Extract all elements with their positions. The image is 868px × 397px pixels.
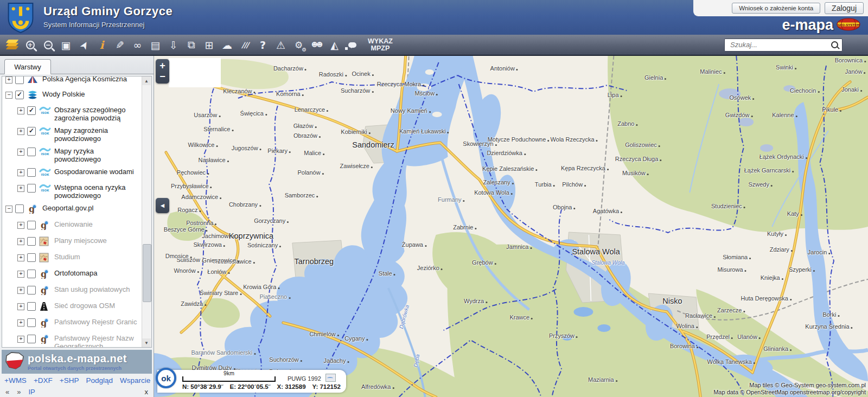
zoom-control[interactable]: + − [156, 59, 169, 84]
expand-toggle[interactable]: + [5, 76, 12, 84]
layer-label[interactable]: Geoportal.gov.pl [42, 204, 93, 212]
layer-label[interactable]: Cieniowanie [54, 220, 93, 228]
search-input[interactable] [724, 39, 843, 52]
link-button[interactable]: ∞ [129, 36, 146, 54]
link-wms[interactable]: +WMS [4, 376, 27, 385]
layer-checkbox[interactable] [27, 168, 36, 177]
layer-label[interactable]: Gospodarowanie wodami [54, 168, 134, 176]
select-area-button[interactable]: ☁ [218, 36, 236, 54]
layer-checkbox[interactable] [27, 221, 36, 229]
expand-toggle[interactable]: + [17, 254, 24, 261]
expand-toggle[interactable]: + [17, 271, 24, 278]
expand-toggle[interactable]: + [17, 185, 24, 192]
prev-page-button[interactable]: « [5, 388, 9, 396]
zoom-out-button[interactable]: − [159, 71, 165, 82]
coordinates-button[interactable]: ⇩ [164, 36, 182, 54]
layer-checkbox[interactable] [27, 302, 36, 311]
ip-link[interactable]: IP [28, 388, 35, 396]
split-view-button[interactable]: ⊞ [200, 36, 218, 54]
zoom-in-button[interactable]: + [159, 60, 165, 71]
layer-checkbox[interactable] [27, 286, 36, 294]
layer-checkbox[interactable] [27, 335, 36, 343]
expand-toggle[interactable]: + [17, 169, 24, 176]
svg-text:GEO-SYSTEM: GEO-SYSTEM [838, 23, 859, 26]
layer-label[interactable]: Studium [54, 253, 80, 261]
info-button[interactable]: i [93, 36, 111, 54]
feedback-button[interactable] [343, 36, 361, 54]
layer-checkbox[interactable]: ✓ [27, 106, 36, 115]
expand-toggle[interactable]: + [17, 287, 24, 294]
zoom-out-button[interactable]: − [39, 36, 57, 54]
layer-checkbox[interactable]: ✓ [15, 91, 24, 99]
expand-toggle[interactable]: + [17, 149, 24, 156]
login-button[interactable]: Zaloguj [825, 2, 864, 14]
layer-label[interactable]: Państwowy Rejestr Granic [54, 318, 137, 326]
settings-button[interactable]: ⚙ [290, 36, 308, 54]
expand-toggle[interactable]: + [17, 336, 24, 343]
layer-checkbox[interactable] [27, 253, 36, 262]
expand-toggle[interactable]: + [17, 319, 24, 326]
compare-windows-button[interactable]: ⧉ [182, 36, 200, 54]
layer-label[interactable]: Stan usług powiatowych [54, 285, 130, 293]
scroll-up-icon[interactable]: ▲ [142, 76, 151, 85]
zoom-in-button[interactable]: + [21, 36, 39, 54]
measure-button[interactable]: ✎ [111, 36, 129, 54]
close-panel-button[interactable]: x [145, 388, 149, 396]
layer-label[interactable]: Sieć drogowa OSM [54, 302, 115, 310]
layer-label[interactable]: Mapy zagrożenia powodziowego [54, 126, 142, 143]
hatching-button[interactable]: /// [236, 36, 254, 54]
expand-toggle[interactable]: − [5, 92, 12, 99]
map-viewport[interactable]: DacharzówRadoszkiOcinekAntoniówGielniaMa… [154, 56, 868, 397]
link-shp[interactable]: +SHP [60, 376, 79, 385]
map-canvas[interactable] [154, 56, 868, 397]
layer-checkbox[interactable] [27, 148, 36, 156]
zoom-extent-button[interactable]: ▣ [57, 36, 75, 54]
layer-label[interactable]: Ortofotomapa [54, 269, 98, 277]
pointer-button[interactable]: ➤ [75, 36, 93, 54]
layer-checkbox[interactable] [27, 270, 36, 278]
ok-button[interactable]: ok [156, 368, 176, 388]
brand-wordmark: e-mapa [782, 17, 833, 34]
layer-checkbox[interactable] [27, 184, 36, 193]
print-button[interactable]: ▤ [146, 36, 164, 54]
layer-checkbox[interactable] [15, 76, 24, 84]
crs-selector-icon[interactable] [326, 374, 336, 382]
layer-label[interactable]: Polska Agencja Kosmiczna [42, 76, 127, 83]
link-podgląd[interactable]: Podgląd [86, 376, 113, 385]
layer-label[interactable]: Wody Polskie [42, 90, 85, 98]
tree-scrollbar[interactable]: ▲ ▼ [142, 76, 151, 347]
layer-label[interactable]: Obszary szczególnego zagrożenia powodzią [54, 106, 142, 122]
polska-emapa-banner[interactable]: polska.e-mapa.net Portal otwartych danyc… [2, 350, 152, 374]
layer-checkbox[interactable] [27, 318, 36, 327]
expand-toggle[interactable]: − [5, 206, 12, 213]
help-button[interactable]: ? [254, 36, 272, 54]
plan-icon [39, 236, 52, 248]
wykaz-mpzp-button[interactable]: WYKAZ MPZP [365, 37, 396, 53]
expand-toggle[interactable]: + [17, 107, 24, 114]
layer-row: +Polska Agencja Kosmiczna [4, 76, 142, 88]
scroll-down-icon[interactable]: ▼ [142, 338, 151, 347]
layer-checkbox[interactable]: ✓ [27, 127, 36, 136]
expand-toggle[interactable]: + [17, 238, 24, 245]
layer-label[interactable]: Wstępna ocena ryzyka powodziowego [54, 183, 142, 200]
create-account-button[interactable]: Wniosek o założenie konta [732, 3, 820, 14]
expand-toggle[interactable]: + [17, 128, 24, 135]
poi-users-button[interactable]: ☻☻ [308, 36, 326, 54]
collapse-sidebar-button[interactable]: ◄ [156, 198, 169, 213]
layer-label[interactable]: Państwowy Rejestr Nazw Geograficznych [54, 334, 142, 347]
layer-checkbox[interactable] [15, 204, 24, 213]
next-page-button[interactable]: » [17, 388, 21, 396]
expand-toggle[interactable]: + [17, 222, 24, 229]
layer-checkbox[interactable] [27, 237, 36, 246]
expand-toggle[interactable]: + [17, 303, 24, 310]
layer-label[interactable]: Plany miejscowe [54, 236, 107, 245]
scrollbar-thumb[interactable] [143, 244, 151, 302]
layers-button[interactable] [3, 36, 21, 54]
link-dxf[interactable]: +DXF [34, 376, 53, 385]
terrain-analysis-button[interactable]: ◭ [326, 36, 343, 54]
search-icon[interactable] [831, 41, 838, 48]
tab-warstwy[interactable]: Warstwy [4, 59, 51, 74]
layer-label[interactable]: Mapy ryzyka powodziowego [54, 147, 142, 163]
link-wsparcie[interactable]: Wsparcie [120, 376, 150, 385]
report-issue-button[interactable]: ⚠ [272, 36, 290, 54]
